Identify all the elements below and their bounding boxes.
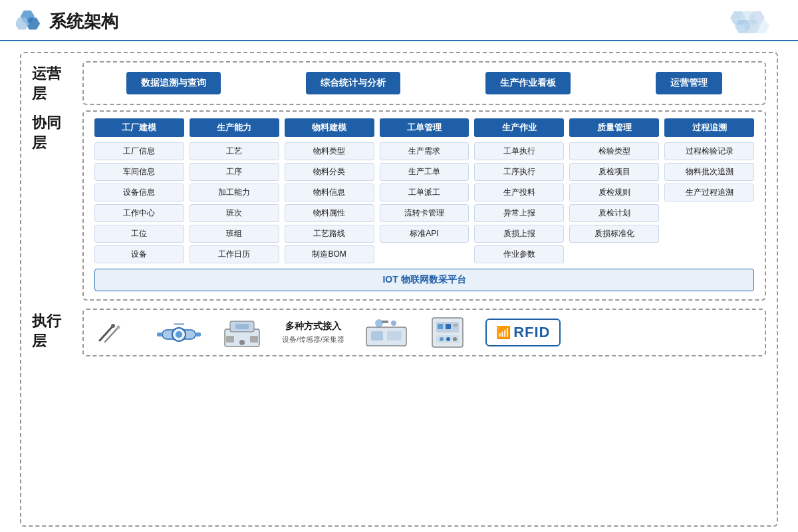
svg-rect-33 [438, 324, 443, 329]
module-factory-header: 工厂建模 [94, 118, 184, 137]
module-item: 工位 [94, 225, 184, 243]
module-item: 设备 [94, 245, 184, 263]
module-workorder: 工单管理 生产需求 生产工单 工单派工 流转卡管理 标准API [380, 118, 469, 263]
sensor-shape-icon [94, 321, 137, 344]
architecture-box: 运营层 数据追溯与查询 综合统计与分析 生产作业看板 运营管理 协同层 [20, 52, 778, 527]
svg-rect-22 [226, 336, 234, 342]
module-item: 班次 [190, 204, 279, 222]
collab-label: 协同层 [32, 110, 72, 153]
svg-line-10 [105, 327, 118, 342]
svg-rect-30 [382, 321, 388, 323]
header: 系统架构 [0, 0, 798, 41]
module-item: 班组 [190, 225, 279, 243]
module-material: 物料建模 物料类型 物料分类 物料信息 物料属性 工艺路线 制造BOM [285, 118, 374, 263]
module-item: 工艺 [190, 142, 279, 160]
module-item: 设备信息 [94, 184, 184, 201]
module-item: 工厂信息 [94, 142, 184, 160]
exec-devices: ━━━ [94, 315, 754, 350]
header-left: 系统架构 [16, 9, 118, 33]
device-rfid: 📶 RFID [485, 319, 561, 346]
module-item: 标准API [380, 225, 469, 243]
module-item: 质检计划 [569, 204, 659, 222]
module-item: 制造BOM [285, 245, 374, 263]
module-factory: 工厂建模 工厂信息 车间信息 设备信息 工作中心 工位 设备 [94, 118, 184, 263]
ops-btn-3[interactable]: 生产作业看板 [485, 72, 571, 94]
module-item: 工序执行 [474, 163, 564, 181]
cabinet-shape-icon [428, 315, 467, 350]
svg-text:━━━: ━━━ [174, 321, 184, 327]
svg-point-12 [117, 326, 120, 329]
modules-grid: 工厂建模 工厂信息 车间信息 设备信息 工作中心 工位 设备 生产能力 工艺 [94, 118, 754, 263]
module-production-cap: 生产能力 工艺 工序 加工能力 班次 班组 工作日历 [190, 118, 279, 263]
operations-content: 数据追溯与查询 综合统计与分析 生产作业看板 运营管理 [82, 61, 766, 105]
device-industrial [363, 317, 410, 348]
module-production-ops-header: 生产作业 [474, 118, 564, 137]
industrial-shape-icon [363, 317, 410, 348]
exec-content: ━━━ [82, 309, 766, 356]
module-item: 质检项目 [569, 163, 659, 181]
module-production-ops: 生产作业 工单执行 工序执行 生产投料 异常上报 质损上报 作业参数 [474, 118, 564, 263]
svg-rect-17 [196, 332, 201, 336]
module-item: 物料类型 [285, 142, 374, 160]
module-item: 工艺路线 [285, 225, 374, 243]
module-workorder-header: 工单管理 [380, 118, 469, 137]
module-material-header: 物料建模 [285, 118, 374, 137]
module-item: 加工能力 [190, 184, 279, 201]
ops-btn-2[interactable]: 综合统计与分析 [306, 72, 400, 94]
svg-rect-16 [157, 332, 162, 336]
module-item: 工作日历 [190, 245, 279, 263]
exec-layer-row: 执行层 [32, 309, 766, 356]
module-trace-header: 过程追溯 [664, 118, 754, 137]
rfid-waves-icon: 📶 [496, 325, 511, 340]
svg-point-24 [239, 340, 245, 345]
module-item: 质损标准化 [569, 225, 659, 243]
main-content: 运营层 数据追溯与查询 综合统计与分析 生产作业看板 运营管理 协同层 [0, 41, 798, 532]
collab-content: 工厂建模 工厂信息 车间信息 设备信息 工作中心 工位 设备 生产能力 工艺 [82, 110, 766, 301]
device-cnc [221, 316, 263, 349]
module-production-cap-header: 生产能力 [190, 118, 279, 137]
header-decoration [722, 8, 782, 35]
device-flowmeter: ━━━ [156, 318, 202, 347]
module-item: 物料信息 [285, 184, 374, 201]
svg-point-38 [446, 337, 450, 341]
module-item: 作业参数 [474, 245, 564, 263]
module-item: 异常上报 [474, 204, 564, 222]
module-item: 生产需求 [380, 142, 469, 160]
operations-label: 运营层 [32, 61, 72, 104]
module-item: 车间信息 [94, 163, 184, 181]
svg-rect-34 [446, 324, 451, 329]
module-item: 工单执行 [474, 142, 564, 160]
svg-point-29 [391, 321, 396, 326]
module-item: 工作中心 [94, 204, 184, 222]
page-title: 系统架构 [49, 10, 118, 33]
exec-box: ━━━ [82, 309, 766, 356]
operations-layer-row: 运营层 数据追溯与查询 综合统计与分析 生产作业看板 运营管理 [32, 61, 766, 105]
module-item: 物料批次追溯 [664, 163, 754, 181]
flowmeter-shape-icon: ━━━ [156, 318, 202, 347]
svg-point-37 [440, 337, 444, 341]
exec-label: 执行层 [32, 309, 72, 351]
device-cabinet [428, 315, 467, 350]
svg-rect-35 [454, 324, 458, 327]
svg-point-15 [176, 331, 182, 338]
svg-rect-27 [387, 331, 402, 340]
svg-rect-21 [235, 324, 249, 329]
collab-layer-row: 协同层 工厂建模 工厂信息 车间信息 设备信息 工作中心 工位 设备 [32, 110, 766, 301]
ops-btn-1[interactable]: 数据追溯与查询 [126, 72, 221, 94]
iot-platform-bar: IOT 物联网数采平台 [94, 269, 754, 291]
cnc-shape-icon [221, 316, 263, 349]
module-item: 流转卡管理 [380, 204, 469, 222]
device-sensor [94, 321, 137, 344]
svg-point-11 [111, 324, 115, 328]
svg-point-28 [375, 319, 383, 327]
svg-rect-23 [250, 336, 258, 342]
module-item: 工序 [190, 163, 279, 181]
module-item: 生产投料 [474, 184, 564, 201]
rfid-label: RFID [513, 324, 550, 341]
device-access-label: 多种方式接入 设备/传感器/采集器 [282, 321, 344, 344]
svg-line-9 [100, 326, 113, 340]
access-main-label: 多种方式接入 [285, 321, 341, 332]
module-trace: 过程追溯 过程检验记录 物料批次追溯 生产过程追溯 [664, 118, 754, 263]
ops-btn-4[interactable]: 运营管理 [656, 72, 722, 94]
module-item: 工单派工 [380, 184, 469, 201]
